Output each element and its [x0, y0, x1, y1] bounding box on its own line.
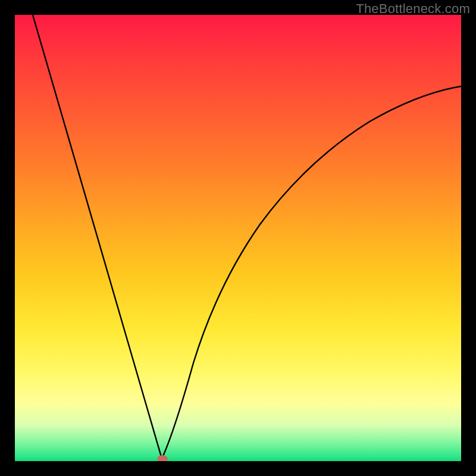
- plot-area: [15, 15, 461, 461]
- bottleneck-curve: [15, 15, 461, 461]
- optimal-point-marker: [157, 455, 168, 461]
- curve-left-branch: [33, 15, 162, 459]
- curve-right-branch: [162, 86, 461, 459]
- watermark-text: TheBottleneck.com: [356, 1, 470, 17]
- chart-frame: TheBottleneck.com: [0, 0, 476, 476]
